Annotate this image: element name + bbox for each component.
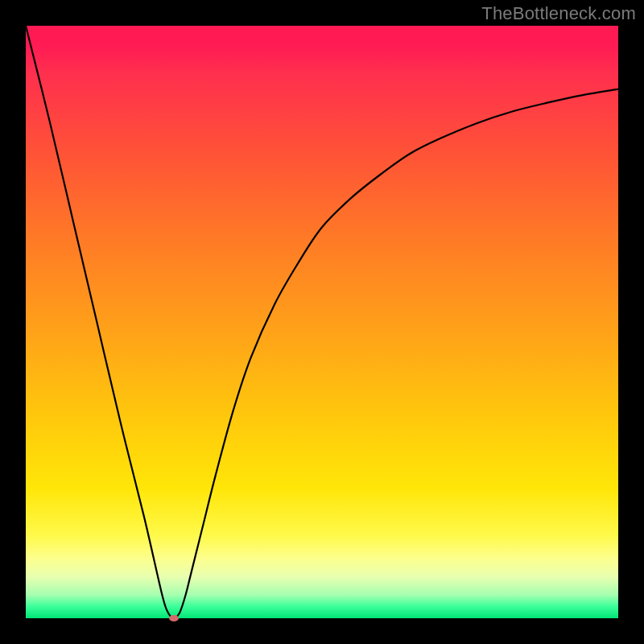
watermark-text: TheBottleneck.com: [481, 3, 636, 24]
plot-area: [26, 26, 618, 618]
curve-layer: [26, 26, 618, 618]
optimum-marker: [169, 615, 179, 621]
bottleneck-curve: [26, 26, 618, 618]
chart-frame: TheBottleneck.com: [0, 0, 644, 644]
